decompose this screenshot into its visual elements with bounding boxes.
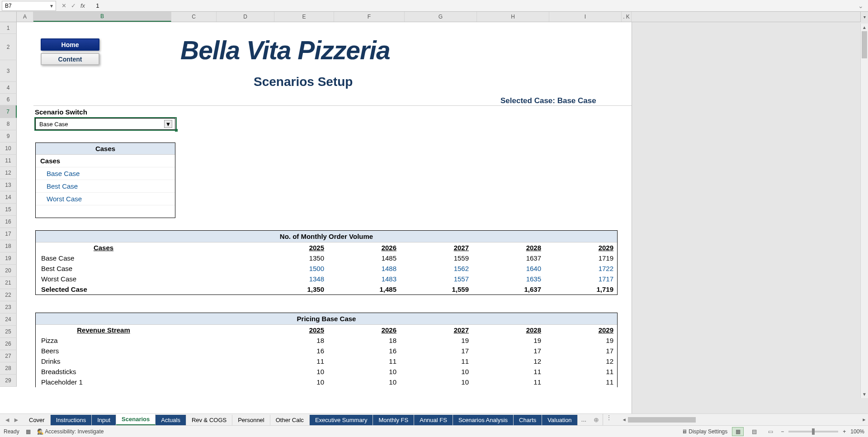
row-header[interactable]: 3 <box>0 60 17 82</box>
sheet-tab[interactable]: Scenarios <box>116 414 156 425</box>
cell[interactable]: 1483 <box>328 274 400 284</box>
cell[interactable]: 1,719 <box>545 284 617 294</box>
cell[interactable]: 1722 <box>545 263 617 274</box>
row-header[interactable]: 11 <box>0 155 17 167</box>
zoom-out-icon[interactable]: − <box>781 428 784 435</box>
zoom-in-icon[interactable]: + <box>843 428 846 435</box>
cell[interactable]: 11 <box>472 377 545 387</box>
zoom-knob[interactable] <box>812 428 815 435</box>
scroll-track[interactable] <box>861 31 868 390</box>
formula-value[interactable]: 1 <box>93 2 855 9</box>
content-button[interactable]: Content <box>41 53 99 65</box>
cell[interactable]: 10 <box>400 377 472 387</box>
row-header[interactable]: 2 <box>0 34 17 60</box>
sheet-tab[interactable]: Executive Summary <box>310 415 373 425</box>
row-header[interactable]: 8 <box>0 118 17 130</box>
row-header[interactable]: 17 <box>0 228 17 240</box>
row-header[interactable]: 22 <box>0 289 17 301</box>
row-header[interactable]: 10 <box>0 142 17 155</box>
cell[interactable]: 10 <box>328 366 400 377</box>
scroll-thumb[interactable] <box>628 417 696 423</box>
cell[interactable]: 1,637 <box>472 284 545 294</box>
cell[interactable]: 17 <box>545 346 617 356</box>
cell[interactable]: 10 <box>171 366 328 377</box>
row-header[interactable]: 20 <box>0 265 17 277</box>
home-button[interactable]: Home <box>41 38 99 51</box>
cell[interactable]: 1500 <box>171 263 328 274</box>
col-header[interactable]: A <box>17 12 33 22</box>
sheet-tab[interactable]: Scenarios Analysis <box>453 415 514 425</box>
row-header[interactable]: 6 <box>0 94 17 105</box>
column-expand-icon[interactable]: ▾ <box>860 12 868 22</box>
cell[interactable]: 18 <box>328 335 400 346</box>
cell[interactable]: 1559 <box>400 253 472 263</box>
cell[interactable]: 11 <box>545 377 617 387</box>
row-header[interactable]: 28 <box>0 362 17 375</box>
sheet-tab[interactable]: Rev & COGS <box>186 415 232 425</box>
cell[interactable]: 1717 <box>545 274 617 284</box>
cell[interactable]: 17 <box>472 346 545 356</box>
tab-prev-icon[interactable]: ◄ <box>4 416 10 423</box>
cell[interactable]: 10 <box>171 377 328 387</box>
sheet-canvas[interactable]: Home Content Bella Vita Pizzeria Scenari… <box>17 22 868 423</box>
col-header[interactable]: C <box>171 12 217 22</box>
cell[interactable]: 19 <box>472 335 545 346</box>
row-header[interactable]: 26 <box>0 338 17 350</box>
row-header[interactable]: 7 <box>0 105 17 118</box>
vertical-scrollbar[interactable]: ▲ ▼ <box>860 24 868 398</box>
case-link[interactable]: Best Case <box>40 182 78 190</box>
accessibility-status[interactable]: 🕵 Accessibility: Investigate <box>37 428 104 435</box>
col-header[interactable]: G <box>405 12 477 22</box>
scroll-down-icon[interactable]: ▼ <box>861 390 868 398</box>
cell[interactable]: 11 <box>171 356 328 366</box>
tabs-more[interactable]: ... <box>578 414 590 425</box>
col-header[interactable]: . K <box>622 12 632 22</box>
zoom-slider[interactable] <box>788 431 838 432</box>
cell[interactable]: 1,350 <box>171 284 328 294</box>
row-header[interactable]: 13 <box>0 179 17 191</box>
col-header[interactable]: F <box>334 12 405 22</box>
cell[interactable]: 10 <box>328 377 400 387</box>
cell[interactable]: 1557 <box>400 274 472 284</box>
cell[interactable]: 1348 <box>171 274 328 284</box>
macro-record-icon[interactable]: ▦ <box>26 428 31 435</box>
sheet-tab[interactable]: Monthly FS <box>373 415 414 425</box>
cell[interactable]: 1562 <box>400 263 472 274</box>
cell[interactable]: 16 <box>328 346 400 356</box>
cell[interactable]: 1637 <box>472 253 545 263</box>
row-header[interactable]: 14 <box>0 191 17 204</box>
cancel-icon[interactable]: ✕ <box>61 2 66 9</box>
accept-icon[interactable]: ✓ <box>71 2 76 9</box>
scroll-thumb[interactable] <box>862 31 867 58</box>
name-box[interactable]: B7 ▾ <box>2 1 56 11</box>
scroll-right-icon[interactable]: ► <box>860 417 868 422</box>
sheet-tab[interactable]: Valuation <box>542 415 577 425</box>
name-box-dropdown-icon[interactable]: ▾ <box>50 3 53 9</box>
scroll-up-icon[interactable]: ▲ <box>861 24 868 31</box>
cell[interactable]: 1350 <box>171 253 328 263</box>
col-header[interactable]: B <box>33 12 171 22</box>
cell[interactable]: 1640 <box>472 263 545 274</box>
cell[interactable]: 11 <box>472 366 545 377</box>
cell[interactable]: 11 <box>400 356 472 366</box>
row-header[interactable]: 18 <box>0 240 17 252</box>
scroll-left-icon[interactable]: ◄ <box>620 417 628 422</box>
row-header[interactable]: 12 <box>0 167 17 179</box>
tab-split-handle[interactable]: ⋮ <box>603 414 615 425</box>
row-header[interactable]: 15 <box>0 204 17 216</box>
col-header[interactable]: E <box>274 12 334 22</box>
view-page-layout-icon[interactable]: ▤ <box>748 427 760 436</box>
zoom-level[interactable]: 100% <box>850 428 864 435</box>
tab-next-icon[interactable]: ► <box>13 416 19 423</box>
fx-icon[interactable]: fx <box>80 2 85 9</box>
row-header[interactable]: 16 <box>0 216 17 228</box>
cell[interactable]: 1485 <box>328 253 400 263</box>
case-link[interactable]: Worst Case <box>40 195 82 203</box>
formula-expand-icon[interactable]: ⌄ <box>855 2 866 10</box>
cell[interactable]: 1488 <box>328 263 400 274</box>
col-header[interactable]: I <box>549 12 622 22</box>
row-header[interactable]: 23 <box>0 301 17 314</box>
sheet-tab[interactable]: Charts <box>514 415 542 425</box>
select-all-corner[interactable] <box>0 12 17 22</box>
row-header[interactable]: 1 <box>0 22 17 34</box>
